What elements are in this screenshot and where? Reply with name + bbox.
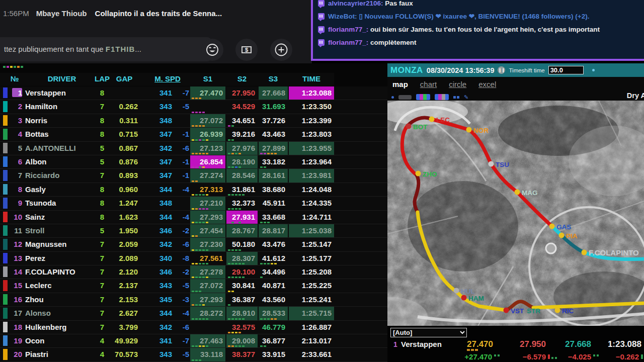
sector1-cell: 27.454 [190, 224, 225, 237]
sector1-mini-segments [192, 180, 198, 182]
speed-delta: -2 [173, 226, 189, 235]
driver-name: Gasly [25, 185, 46, 194]
track-map[interactable]: LECBOTNORTSUZHOMAGGASPIAF.COLAPINTOHULHA… [387, 101, 644, 326]
tab-circle[interactable]: circle [449, 80, 466, 88]
car-dot-gas[interactable] [549, 224, 555, 229]
driver-name: Stroll [25, 226, 44, 235]
table-row[interactable]: 7 Ricciardo 7 0.893 347 -1 27.274 28.546… [0, 169, 387, 183]
table-row[interactable]: 3 Norris 8 0.311 348 27.072 34.651 37.72… [0, 114, 387, 128]
gap-value: 0.867 [111, 144, 138, 152]
driver-name: Albon [25, 157, 47, 166]
gap-value: 2.137 [111, 281, 138, 290]
sector3-cell: 27.899 [259, 142, 288, 155]
bits-button[interactable]: $ [235, 39, 258, 61]
table-row[interactable]: 15 Leclerc 7 2.137 343 -5 27.072 30.841 … [0, 279, 387, 293]
twitch-username[interactable]: WizeBot: [328, 13, 359, 20]
lap-count: 7 [96, 267, 109, 276]
sector3-mini-segments [260, 222, 270, 223]
timeshift-input[interactable] [548, 66, 584, 74]
table-row[interactable]: 8 Gasly 8 0.960 344 -4 27.313 31.861 38.… [0, 183, 387, 197]
car-dot-ric[interactable] [555, 308, 560, 313]
gap-value: 1.623 [111, 213, 138, 221]
table-row[interactable]: 12 Magnussen 7 2.059 342 -6 27.230 50.18… [0, 238, 387, 251]
col-mspd[interactable]: M. SPD [146, 74, 189, 83]
table-row[interactable]: 18 Hulkenberg 7 3.799 342 -6 32.575 46.7… [0, 321, 387, 334]
legend-pill-icon[interactable] [398, 95, 412, 100]
car-dot-bot[interactable] [406, 124, 412, 129]
table-row[interactable]: 19 Ocon 4 49.929 341 -7 27.463 29.008 36… [0, 334, 387, 348]
car-label-tsu: TSU [496, 161, 509, 168]
driver-select[interactable]: [Auto] [390, 328, 467, 337]
table-row[interactable]: 9 Tsunoda 8 1.247 348 27.210 32.373 45.9… [0, 197, 387, 210]
max-speed: 345 [149, 295, 172, 304]
sector3-cell: 28.161 [259, 169, 288, 182]
table-row[interactable]: 13 Perez 7 2.089 340 -8 27.561 28.307 41… [0, 252, 387, 265]
sector2-cell: 29.008 [226, 334, 258, 347]
tab-map[interactable]: map [392, 80, 408, 88]
tab-excel[interactable]: excel [478, 80, 496, 88]
emoji-button[interactable] [201, 39, 223, 61]
legend-colorblock-2[interactable] [435, 94, 449, 100]
sector2-mini-segments [228, 139, 234, 141]
sector1-cell: 26.939 [190, 128, 225, 141]
more-actions-button[interactable] [270, 39, 292, 61]
car-dot-pia[interactable] [559, 233, 565, 238]
gap-value: 2.059 [111, 240, 138, 248]
team-color-bar [3, 212, 8, 222]
chat-username[interactable]: Mbaye Thioub [36, 9, 87, 18]
laptime-cell: 1:25.715 [289, 307, 334, 320]
twitch-badge-icon [318, 39, 325, 46]
position: 15 [8, 281, 22, 290]
legend-dot-icon[interactable] [391, 96, 394, 99]
sector1-mini-segments [192, 277, 208, 278]
twitch-username[interactable]: alvincayrier2106: [328, 0, 385, 7]
twitch-username[interactable]: florianm77_: [328, 39, 370, 46]
col-gap: GAP [111, 74, 138, 83]
chat-input[interactable]: ttez publiquement en tant que F1THIB... [0, 37, 211, 61]
legend-colorblock-1[interactable] [416, 94, 430, 100]
sector2-mini-segments [228, 263, 245, 264]
table-row[interactable]: 14 F.COLAPINTO 7 2.120 346 -2 27.278 29.… [0, 265, 387, 279]
legend-squares-icon[interactable] [453, 96, 459, 99]
sector1-cell [190, 321, 225, 334]
table-row[interactable]: 2 Hamilton 7 0.262 343 -5 34.529 31.693 … [0, 100, 387, 114]
team-color-bar [3, 294, 8, 305]
car-dot-vst[interactable] [504, 308, 509, 313]
delta-tick-marks [494, 354, 500, 356]
table-row[interactable]: 4 Bottas 8 0.715 347 -1 26.939 39.216 43… [0, 128, 387, 141]
pencil-icon[interactable]: ✎ [464, 94, 468, 101]
driver-name: Tsunoda [25, 199, 56, 207]
laptime-cell: 1:25.177 [289, 252, 334, 265]
twitch-username[interactable]: florianm77_: [328, 26, 370, 33]
tab-chart[interactable]: chart [420, 80, 437, 88]
table-row[interactable]: 10 Sainz 8 1.623 344 -4 27.293 27.931 33… [0, 211, 387, 224]
table-row[interactable]: 16 Zhou 7 2.153 345 -3 27.293 36.387 43.… [0, 293, 387, 307]
car-dot-zho[interactable] [416, 171, 421, 176]
table-row[interactable]: 17 Alonso 7 2.627 344 -4 28.272 28.910 2… [0, 307, 387, 320]
sector2-mini-segments [228, 291, 234, 292]
laptime-cell: 2:33.661 [289, 348, 334, 361]
table-row[interactable]: 11 Stroll 5 1.950 346 -2 27.454 28.767 2… [0, 224, 387, 238]
sector3-cell: 40.871 [259, 279, 288, 292]
sector3-cell: 28.817 [259, 224, 288, 237]
position: 8 [8, 185, 22, 194]
focus-delta-3: −4.025 [556, 352, 591, 361]
car-dot-mag[interactable] [515, 190, 520, 195]
table-row[interactable]: 5 A.ANTONELLI 5 0.867 342 -6 27.123 27.9… [0, 142, 387, 155]
car-dot-hul[interactable] [454, 288, 459, 294]
lap-count: 7 [96, 281, 109, 290]
max-speed: 342 [149, 240, 172, 248]
twitch-chat-message: WizeBot: ▯ Nouveau FOLLOW(S) ❤ ixauree ❤… [313, 10, 644, 23]
car-dot-lec[interactable] [429, 117, 435, 122]
max-speed: 342 [149, 323, 172, 331]
car-dot-tsu[interactable] [489, 161, 494, 167]
table-row[interactable]: 1 Verstappen 8 341 -7 27.470 27.950 27.6… [0, 86, 387, 100]
car-dot-nor[interactable] [466, 127, 472, 133]
car-dot-f.colapinto[interactable] [582, 250, 587, 255]
car-dot-ham[interactable] [461, 295, 467, 301]
pause-icon[interactable]: ❙❙ [498, 66, 505, 74]
sector3-cell: 45.911 [259, 197, 288, 210]
table-row[interactable]: 20 Piastri 4 70.573 343 -5 33.118 38.377… [0, 348, 387, 361]
driver-name: Zhou [25, 295, 44, 304]
table-row[interactable]: 6 Albon 5 0.876 347 -1 26.854 28.190 33.… [0, 155, 387, 169]
